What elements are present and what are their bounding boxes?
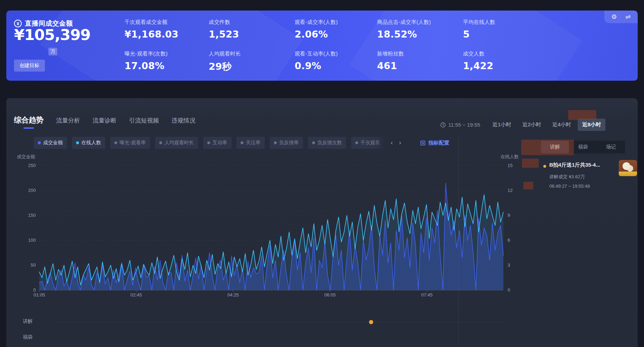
time-button-0[interactable]: 近1小时 (488, 119, 516, 131)
x-axis-tick: 01:05 (34, 292, 45, 298)
explain-event-marker[interactable] (369, 320, 373, 324)
kpi-metric: 平均在线人数 5 (463, 19, 551, 40)
panel-item-subtitle: 讲解成交 ¥3.62万 (549, 174, 585, 180)
kpi-label: 成交件数 (209, 19, 296, 26)
chip-dot-icon (76, 141, 79, 144)
track-label-luckybag: 福袋 (23, 334, 33, 340)
y-left-tick: 100 (22, 237, 36, 243)
x-axis-tick: 06:05 (324, 292, 336, 298)
x-axis-tick: 07:45 (421, 292, 433, 298)
explain-track-line (56, 322, 503, 322)
tab-4[interactable]: 违规情况 (172, 116, 195, 128)
kpi-label: 新增粉丝数 (377, 51, 465, 57)
time-button-2[interactable]: 近4小时 (548, 119, 576, 131)
metric-chip-0[interactable]: 成交金额 (34, 137, 67, 149)
settings-gear-icon[interactable]: ⚙ (611, 14, 617, 20)
x-axis-tick: 02:45 (130, 292, 142, 298)
kpi-value: 17.08% (125, 60, 212, 71)
create-goal-button[interactable]: 创建目标 (14, 60, 45, 72)
kpi-label: 观看-互动率(人数) (295, 51, 382, 57)
swap-icon[interactable]: ⇌ (625, 14, 631, 20)
time-range-text: 11:55 ~ 19:55 (448, 122, 480, 128)
track-label-explain: 讲解 (23, 318, 33, 325)
metric-chip-1[interactable]: 在线人数 (72, 137, 105, 149)
header-tools: ⚙ ⇌ (604, 11, 638, 23)
kpi-value: 5 (463, 29, 551, 40)
tab-3[interactable]: 引流短视频 (129, 116, 159, 128)
chip-next-icon[interactable]: › (399, 139, 401, 146)
metric-config-button[interactable]: 指标配置 (420, 138, 449, 148)
chip-dot-icon (159, 141, 162, 144)
kpi-metric: 商品点击-成交率(人数) 18.52% (377, 19, 465, 40)
kpi-label: 成交人数 (463, 51, 551, 57)
panel-item-title[interactable]: B拍4斤送1斤共35-4... (549, 162, 618, 168)
clock-icon (440, 122, 446, 128)
kpi-label: 平均在线人数 (463, 19, 551, 26)
chip-dot-icon (312, 141, 315, 144)
panel-tab-2[interactable]: 场记 (597, 141, 625, 153)
main-metric-value: ¥105,399 (14, 26, 90, 44)
chip-pagination: ‹ › (391, 139, 401, 146)
tab-0[interactable]: 综合趋势 (14, 115, 43, 129)
metric-chip-6[interactable]: 负反馈率 (270, 137, 303, 149)
tab-2[interactable]: 流量诊断 (93, 116, 116, 128)
kpi-value: ¥1,168.03 (125, 29, 212, 40)
chip-label: 在线人数 (81, 140, 101, 146)
trend-analytics-card: 综合趋势流量分析流量诊断引流短视频违规情况 11:55 ~ 19:55 近1小时… (6, 98, 638, 347)
tab-1[interactable]: 流量分析 (56, 116, 80, 128)
metric-chip-7[interactable]: 负反馈次数 (308, 137, 346, 149)
y-right-tick: 3 (508, 262, 522, 268)
kpi-value: 1,422 (463, 60, 551, 71)
chip-label: 千次观看 (361, 140, 380, 146)
chip-dot-icon (241, 141, 243, 144)
metric-chip-3[interactable]: 人均观看时长 (155, 137, 198, 149)
unit-badge: 万 (48, 48, 57, 55)
metric-chip-2[interactable]: 曝光-观看率 (110, 137, 150, 149)
chip-dot-icon (274, 141, 277, 144)
kpi-metric: 人均观看时长 29秒 (209, 51, 296, 73)
chip-label: 曝光-观看率 (120, 140, 146, 146)
chip-label: 人均观看时长 (165, 140, 194, 146)
chip-label: 成交金额 (43, 140, 63, 146)
highlight-artifact (522, 159, 539, 168)
metric-chip-5[interactable]: 关注率 (236, 137, 265, 149)
chip-dot-icon (114, 141, 117, 144)
chip-label: 关注率 (246, 140, 261, 146)
kpi-value: 0.9% (295, 60, 382, 71)
kpi-metric: 成交人数 1,422 (463, 51, 551, 71)
kpi-metric: 观看-互动率(人数) 0.9% (295, 51, 382, 71)
y-right-tick: 9 (508, 212, 522, 219)
highlight-artifact (568, 110, 596, 120)
kpi-metric: 曝光-观看率(次数) 17.08% (125, 51, 212, 71)
kpi-label: 观看-成交率(人数) (295, 19, 382, 26)
y-left-tick: 150 (22, 212, 36, 219)
highlight-artifact (521, 140, 574, 155)
y-right-tick: 15 (508, 162, 522, 169)
metric-chip-4[interactable]: 互动率 (203, 137, 232, 149)
kpi-metric: 新增粉丝数 461 (377, 51, 465, 71)
y-left-tick: 50 (22, 262, 36, 268)
product-thumbnail[interactable] (619, 160, 637, 176)
highlight-artifact (523, 182, 533, 189)
kpi-value: 1,523 (209, 29, 296, 40)
kpi-metric: 千次观看成交金额 ¥1,168.03 (125, 19, 212, 40)
kpi-value: 461 (377, 60, 465, 71)
kpi-label: 人均观看时长 (209, 51, 296, 57)
time-button-3[interactable]: 近8小时 (578, 119, 605, 131)
chip-dot-icon (38, 141, 41, 144)
kpi-metric: 观看-成交率(人数) 2.06% (295, 19, 382, 40)
chip-prev-icon[interactable]: ‹ (391, 139, 393, 146)
chip-label: 负反馈率 (279, 140, 299, 146)
chip-label: 互动率 (213, 140, 227, 146)
item-bullet-icon (543, 165, 546, 168)
right-axis-title: 在线人数 (501, 154, 519, 160)
time-button-1[interactable]: 近2小时 (518, 119, 545, 131)
chip-dot-icon (207, 141, 210, 144)
time-range-row: 11:55 ~ 19:55 近1小时近2小时近4小时近8小时 (440, 119, 605, 131)
kpi-value: 29秒 (209, 60, 296, 73)
kpi-label: 千次观看成交金额 (125, 19, 212, 26)
x-axis-tick: 04:25 (227, 292, 239, 298)
metric-config-icon (420, 140, 425, 146)
trend-line-chart[interactable] (39, 166, 503, 290)
metric-chip-8[interactable]: 千次观看 (351, 137, 384, 149)
